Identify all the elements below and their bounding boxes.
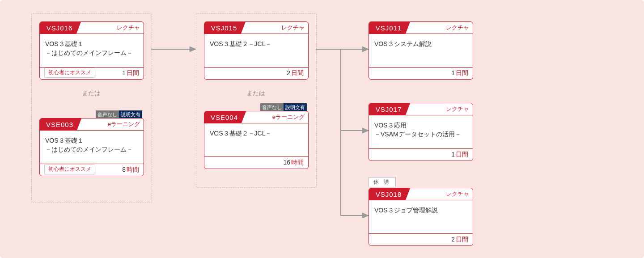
course-duration: 1日間 [122, 69, 139, 77]
course-code: VSJ016 [40, 22, 81, 34]
course-card-vsj011[interactable]: VSJ011 レクチャ VOS３システム解説 1日間 [369, 21, 473, 80]
course-card-vsj015[interactable]: VSJ015 レクチャ VOS３基礎２－JCL－ 2日間 [204, 21, 309, 80]
course-code: VSJ017 [369, 103, 410, 115]
course-type: eラーニング [108, 118, 144, 130]
arrow-1-to-2 [151, 45, 196, 54]
course-duration: 16時間 [283, 159, 304, 167]
or-label: または [204, 89, 308, 97]
course-type: レクチャ [281, 22, 308, 34]
course-type: レクチャ [446, 188, 473, 200]
svg-marker-1 [190, 47, 196, 52]
suspended-badge: 休 講 [369, 177, 396, 187]
course-title: VOS３基礎２－JCL－ [204, 34, 308, 67]
course-duration: 2日間 [451, 236, 468, 244]
course-title: VOS３応用 －VSAMデータセットの活用－ [369, 115, 473, 148]
course-duration: 1日間 [451, 69, 468, 77]
course-type: レクチャ [117, 22, 144, 34]
arrow-2-to-3c [340, 47, 369, 222]
course-type: eラーニング [272, 111, 308, 123]
recommend-badge: 初心者にオススメ [44, 68, 95, 78]
course-card-vsj018[interactable]: VSJ018 レクチャ VOS３ジョブ管理解説 2日間 [369, 188, 473, 246]
or-label: または [39, 89, 143, 97]
course-code: VSJ015 [204, 22, 246, 34]
course-card-vse003[interactable]: VSE003 eラーニング VOS３基礎１ －はじめてのメインフレーム－ 初心者… [39, 118, 144, 176]
course-duration: 1日間 [451, 151, 468, 159]
course-duration: 2日間 [287, 69, 304, 77]
course-type: レクチャ [446, 103, 473, 115]
course-code: VSJ018 [369, 188, 410, 200]
course-map: VSJ016 レクチャ VOS３基礎１ －はじめてのメインフレーム－ 初心者にオ… [0, 0, 644, 258]
course-code: VSE003 [40, 118, 81, 130]
course-card-vsj017[interactable]: VSJ017 レクチャ VOS３応用 －VSAMデータセットの活用－ 1日間 [369, 103, 473, 161]
course-title: VOS３基礎１ －はじめてのメインフレーム－ [40, 34, 144, 67]
course-type: レクチャ [446, 22, 473, 34]
course-card-vse004[interactable]: VSE004 eラーニング VOS３基礎２－JCL－ 16時間 [204, 111, 309, 169]
course-duration: 8時間 [122, 166, 139, 174]
course-title: VOS３システム解説 [369, 34, 473, 67]
course-code: VSJ011 [369, 22, 410, 34]
course-card-vsj016[interactable]: VSJ016 レクチャ VOS３基礎１ －はじめてのメインフレーム－ 初心者にオ… [39, 21, 144, 80]
course-code: VSE004 [204, 111, 246, 123]
course-title: VOS３基礎２－JCL－ [204, 123, 308, 156]
course-title: VOS３基礎１ －はじめてのメインフレーム－ [40, 131, 144, 164]
recommend-badge: 初心者にオススメ [44, 164, 95, 174]
course-title: VOS３ジョブ管理解説 [369, 200, 473, 233]
svg-marker-5 [362, 213, 369, 218]
